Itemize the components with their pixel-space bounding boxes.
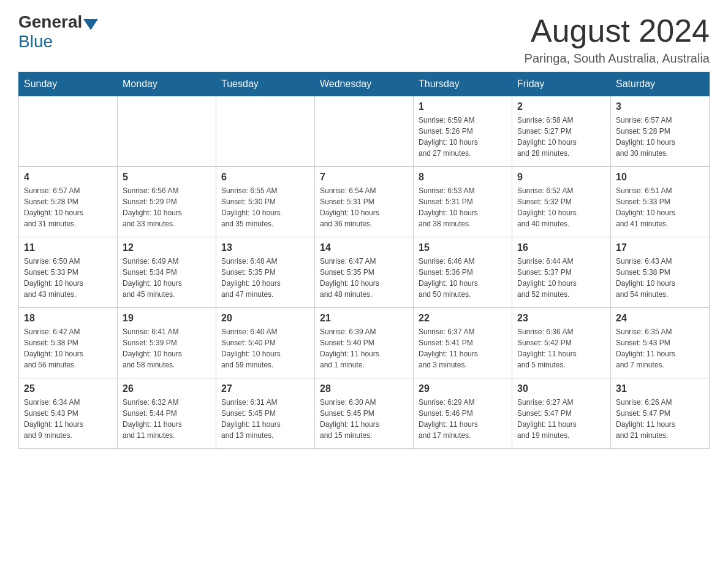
calendar-cell: 13Sunrise: 6:48 AM Sunset: 5:35 PM Dayli… xyxy=(216,237,315,308)
calendar-week-2: 4Sunrise: 6:57 AM Sunset: 5:28 PM Daylig… xyxy=(19,167,710,237)
day-number: 24 xyxy=(616,313,704,324)
day-info: Sunrise: 6:29 AM Sunset: 5:46 PM Dayligh… xyxy=(419,397,507,441)
day-number: 23 xyxy=(517,313,605,324)
calendar-cell: 7Sunrise: 6:54 AM Sunset: 5:31 PM Daylig… xyxy=(315,167,414,237)
day-info: Sunrise: 6:35 AM Sunset: 5:43 PM Dayligh… xyxy=(616,326,704,370)
calendar-week-4: 18Sunrise: 6:42 AM Sunset: 5:38 PM Dayli… xyxy=(19,308,710,378)
logo-blue-text: Blue xyxy=(18,32,53,52)
day-info: Sunrise: 6:53 AM Sunset: 5:31 PM Dayligh… xyxy=(419,185,507,229)
day-info: Sunrise: 6:27 AM Sunset: 5:47 PM Dayligh… xyxy=(517,397,605,441)
day-number: 19 xyxy=(123,313,211,324)
day-info: Sunrise: 6:48 AM Sunset: 5:35 PM Dayligh… xyxy=(221,256,309,300)
logo: General Blue xyxy=(18,12,99,52)
day-number: 13 xyxy=(221,242,309,253)
calendar-cell: 19Sunrise: 6:41 AM Sunset: 5:39 PM Dayli… xyxy=(118,308,216,378)
day-info: Sunrise: 6:31 AM Sunset: 5:45 PM Dayligh… xyxy=(221,397,309,441)
day-info: Sunrise: 6:57 AM Sunset: 5:28 PM Dayligh… xyxy=(24,185,112,229)
calendar-cell: 20Sunrise: 6:40 AM Sunset: 5:40 PM Dayli… xyxy=(216,308,315,378)
day-header-tuesday: Tuesday xyxy=(216,72,315,96)
calendar-cell: 3Sunrise: 6:57 AM Sunset: 5:28 PM Daylig… xyxy=(611,96,710,167)
day-number: 10 xyxy=(616,172,704,183)
calendar-cell: 28Sunrise: 6:30 AM Sunset: 5:45 PM Dayli… xyxy=(315,378,414,449)
day-number: 12 xyxy=(123,242,211,253)
day-info: Sunrise: 6:26 AM Sunset: 5:47 PM Dayligh… xyxy=(616,397,704,441)
day-info: Sunrise: 6:59 AM Sunset: 5:26 PM Dayligh… xyxy=(419,115,507,159)
calendar-cell: 24Sunrise: 6:35 AM Sunset: 5:43 PM Dayli… xyxy=(611,308,710,378)
day-info: Sunrise: 6:51 AM Sunset: 5:33 PM Dayligh… xyxy=(616,185,704,229)
calendar-cell: 4Sunrise: 6:57 AM Sunset: 5:28 PM Daylig… xyxy=(19,167,118,237)
calendar-cell: 27Sunrise: 6:31 AM Sunset: 5:45 PM Dayli… xyxy=(216,378,315,449)
day-info: Sunrise: 6:36 AM Sunset: 5:42 PM Dayligh… xyxy=(517,326,605,370)
day-header-friday: Friday xyxy=(512,72,611,96)
day-number: 30 xyxy=(517,383,605,394)
day-info: Sunrise: 6:50 AM Sunset: 5:33 PM Dayligh… xyxy=(24,256,112,300)
day-header-sunday: Sunday xyxy=(19,72,118,96)
day-info: Sunrise: 6:37 AM Sunset: 5:41 PM Dayligh… xyxy=(419,326,507,370)
day-number: 31 xyxy=(616,383,704,394)
day-header-monday: Monday xyxy=(118,72,216,96)
day-info: Sunrise: 6:55 AM Sunset: 5:30 PM Dayligh… xyxy=(221,185,309,229)
day-info: Sunrise: 6:57 AM Sunset: 5:28 PM Dayligh… xyxy=(616,115,704,159)
day-number: 17 xyxy=(616,242,704,253)
day-number: 28 xyxy=(320,383,408,394)
calendar-cell: 16Sunrise: 6:44 AM Sunset: 5:37 PM Dayli… xyxy=(512,237,611,308)
day-info: Sunrise: 6:42 AM Sunset: 5:38 PM Dayligh… xyxy=(24,326,112,370)
calendar-cell: 6Sunrise: 6:55 AM Sunset: 5:30 PM Daylig… xyxy=(216,167,315,237)
calendar-cell: 14Sunrise: 6:47 AM Sunset: 5:35 PM Dayli… xyxy=(315,237,414,308)
calendar-cell: 2Sunrise: 6:58 AM Sunset: 5:27 PM Daylig… xyxy=(512,96,611,167)
day-info: Sunrise: 6:54 AM Sunset: 5:31 PM Dayligh… xyxy=(320,185,408,229)
day-number: 7 xyxy=(320,172,408,183)
calendar-cell xyxy=(118,96,216,167)
logo-arrow-icon xyxy=(83,19,98,30)
calendar-cell: 15Sunrise: 6:46 AM Sunset: 5:36 PM Dayli… xyxy=(414,237,512,308)
day-info: Sunrise: 6:47 AM Sunset: 5:35 PM Dayligh… xyxy=(320,256,408,300)
calendar-cell: 5Sunrise: 6:56 AM Sunset: 5:29 PM Daylig… xyxy=(118,167,216,237)
logo-general-text: General xyxy=(18,12,82,32)
day-number: 4 xyxy=(24,172,112,183)
day-header-thursday: Thursday xyxy=(414,72,512,96)
calendar-cell: 30Sunrise: 6:27 AM Sunset: 5:47 PM Dayli… xyxy=(512,378,611,449)
calendar-week-3: 11Sunrise: 6:50 AM Sunset: 5:33 PM Dayli… xyxy=(19,237,710,308)
day-info: Sunrise: 6:49 AM Sunset: 5:34 PM Dayligh… xyxy=(123,256,211,300)
calendar-cell: 8Sunrise: 6:53 AM Sunset: 5:31 PM Daylig… xyxy=(414,167,512,237)
calendar-cell: 1Sunrise: 6:59 AM Sunset: 5:26 PM Daylig… xyxy=(414,96,512,167)
day-number: 11 xyxy=(24,242,112,253)
day-number: 20 xyxy=(221,313,309,324)
day-number: 9 xyxy=(517,172,605,183)
calendar-cell: 9Sunrise: 6:52 AM Sunset: 5:32 PM Daylig… xyxy=(512,167,611,237)
day-info: Sunrise: 6:34 AM Sunset: 5:43 PM Dayligh… xyxy=(24,397,112,441)
day-number: 22 xyxy=(419,313,507,324)
day-number: 5 xyxy=(123,172,211,183)
day-info: Sunrise: 6:44 AM Sunset: 5:37 PM Dayligh… xyxy=(517,256,605,300)
day-number: 18 xyxy=(24,313,112,324)
calendar-week-5: 25Sunrise: 6:34 AM Sunset: 5:43 PM Dayli… xyxy=(19,378,710,449)
calendar-cell: 11Sunrise: 6:50 AM Sunset: 5:33 PM Dayli… xyxy=(19,237,118,308)
calendar-cell xyxy=(315,96,414,167)
calendar-cell: 17Sunrise: 6:43 AM Sunset: 5:38 PM Dayli… xyxy=(611,237,710,308)
calendar-cell: 26Sunrise: 6:32 AM Sunset: 5:44 PM Dayli… xyxy=(118,378,216,449)
day-number: 14 xyxy=(320,242,408,253)
calendar-cell: 18Sunrise: 6:42 AM Sunset: 5:38 PM Dayli… xyxy=(19,308,118,378)
calendar-cell xyxy=(19,96,118,167)
day-info: Sunrise: 6:43 AM Sunset: 5:38 PM Dayligh… xyxy=(616,256,704,300)
calendar-cell: 21Sunrise: 6:39 AM Sunset: 5:40 PM Dayli… xyxy=(315,308,414,378)
day-info: Sunrise: 6:39 AM Sunset: 5:40 PM Dayligh… xyxy=(320,326,408,370)
day-info: Sunrise: 6:56 AM Sunset: 5:29 PM Dayligh… xyxy=(123,185,211,229)
day-number: 25 xyxy=(24,383,112,394)
day-number: 29 xyxy=(419,383,507,394)
calendar-cell: 23Sunrise: 6:36 AM Sunset: 5:42 PM Dayli… xyxy=(512,308,611,378)
day-info: Sunrise: 6:46 AM Sunset: 5:36 PM Dayligh… xyxy=(419,256,507,300)
calendar-cell xyxy=(216,96,315,167)
day-info: Sunrise: 6:30 AM Sunset: 5:45 PM Dayligh… xyxy=(320,397,408,441)
calendar-cell: 12Sunrise: 6:49 AM Sunset: 5:34 PM Dayli… xyxy=(118,237,216,308)
day-number: 3 xyxy=(616,101,704,112)
calendar-week-1: 1Sunrise: 6:59 AM Sunset: 5:26 PM Daylig… xyxy=(19,96,710,167)
calendar-cell: 22Sunrise: 6:37 AM Sunset: 5:41 PM Dayli… xyxy=(414,308,512,378)
day-number: 15 xyxy=(419,242,507,253)
day-number: 2 xyxy=(517,101,605,112)
day-info: Sunrise: 6:52 AM Sunset: 5:32 PM Dayligh… xyxy=(517,185,605,229)
calendar-cell: 29Sunrise: 6:29 AM Sunset: 5:46 PM Dayli… xyxy=(414,378,512,449)
calendar-cell: 10Sunrise: 6:51 AM Sunset: 5:33 PM Dayli… xyxy=(611,167,710,237)
day-info: Sunrise: 6:41 AM Sunset: 5:39 PM Dayligh… xyxy=(123,326,211,370)
day-number: 21 xyxy=(320,313,408,324)
